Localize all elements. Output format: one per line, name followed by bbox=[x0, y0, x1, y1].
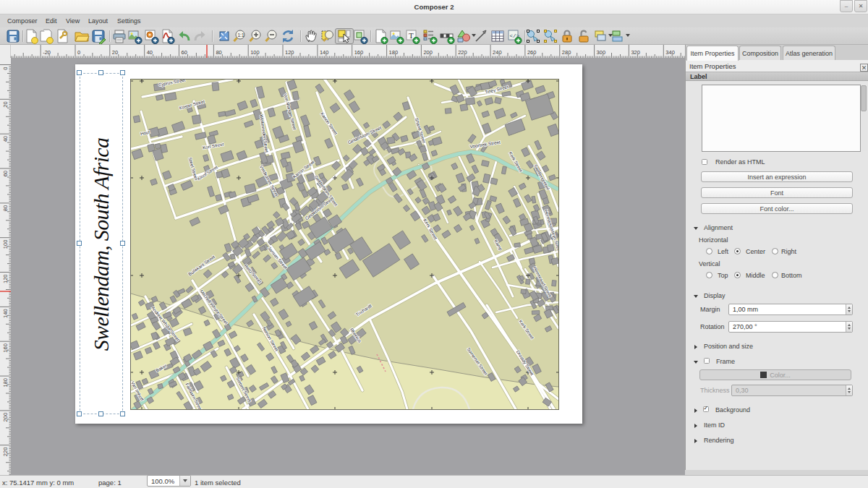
svg-text:140: 140 bbox=[2, 309, 9, 318]
svg-text:300: 300 bbox=[597, 49, 606, 56]
svg-text:260: 260 bbox=[527, 49, 537, 56]
svg-text:80: 80 bbox=[216, 49, 221, 56]
svg-text:220: 220 bbox=[2, 448, 9, 457]
svg-text:20: 20 bbox=[2, 101, 9, 107]
svg-text:0: 0 bbox=[77, 49, 80, 56]
svg-text:-20: -20 bbox=[43, 49, 51, 56]
svg-text:120: 120 bbox=[2, 275, 9, 284]
svg-text:140: 140 bbox=[320, 49, 329, 56]
svg-text:100: 100 bbox=[250, 49, 260, 56]
svg-text:60: 60 bbox=[182, 49, 187, 56]
svg-text:T: T bbox=[409, 31, 414, 40]
svg-text:60: 60 bbox=[2, 171, 9, 176]
svg-text:200: 200 bbox=[2, 413, 9, 422]
svg-text:280: 280 bbox=[562, 49, 571, 56]
svg-text:120: 120 bbox=[285, 49, 294, 56]
svg-text:40: 40 bbox=[2, 136, 9, 142]
svg-text:20: 20 bbox=[112, 49, 118, 56]
svg-text:0: 0 bbox=[2, 67, 9, 70]
svg-text:200: 200 bbox=[423, 49, 433, 56]
svg-text:160: 160 bbox=[2, 343, 9, 353]
svg-text:160: 160 bbox=[354, 49, 364, 56]
svg-text:1:1: 1:1 bbox=[238, 33, 244, 38]
svg-text:340: 340 bbox=[665, 49, 675, 56]
svg-text:100: 100 bbox=[2, 240, 9, 249]
svg-text:40: 40 bbox=[147, 49, 153, 56]
svg-text:320: 320 bbox=[631, 49, 640, 56]
svg-text:180: 180 bbox=[389, 49, 399, 56]
svg-text:220: 220 bbox=[458, 49, 467, 56]
svg-text:180: 180 bbox=[2, 378, 9, 388]
svg-text:240: 240 bbox=[493, 49, 502, 56]
svg-text:80: 80 bbox=[2, 205, 9, 211]
